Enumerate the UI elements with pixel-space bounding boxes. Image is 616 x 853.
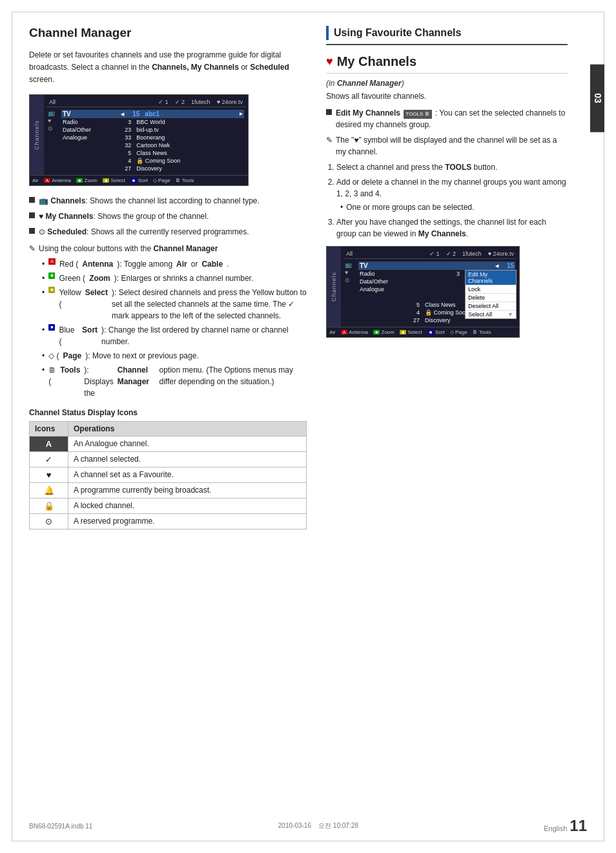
intro-channels-bold: Channels, My Channels [152, 63, 239, 72]
footer-date: 2010-03-16 [278, 822, 311, 829]
status-row-reserved: ⊙ A reserved programme. [30, 513, 307, 529]
step-2: Add or delete a channel in the my channe… [336, 176, 568, 213]
dd-select-all: Select All ▼ [466, 311, 516, 318]
icon-favourite: ♥ [30, 467, 68, 482]
step-3: After you have changed the settings, the… [336, 216, 568, 240]
step2-sublist: One or more groups can be selected. [340, 201, 568, 213]
red-btn: A [48, 258, 56, 265]
feature-channels: 📺 Channels: Shows the channel list accor… [29, 195, 307, 207]
left-column: Channel Manager Delete or set favourites… [29, 26, 307, 529]
dd-edit-my-channels: Edit My Channels [466, 271, 516, 285]
feature-scheduled-text: ⊙ Scheduled: Shows all the currently res… [39, 226, 249, 238]
page-title: Channel Manager [29, 26, 307, 43]
cb-green: ■ Green (Zoom): Enlarges or shrinks a ch… [42, 272, 307, 284]
icon-selected: ✓ [30, 451, 68, 467]
divider-1 [326, 73, 568, 74]
cm-row-4: 5 Class News [61, 149, 244, 157]
my-channels-title: ♥ My Channels [326, 54, 568, 69]
status-table: Icons Operations A An Analogue channel. … [29, 421, 307, 529]
feature-list: 📺 Channels: Shows the channel list accor… [29, 195, 307, 238]
bullet-sq-3 [29, 228, 35, 234]
page-number-area: English 11 [544, 817, 587, 835]
cb-red: A Red (Antenna): Toggle among Air or Cab… [42, 258, 307, 270]
status-row-favourite: ♥ A channel set as a Favourite. [30, 467, 307, 482]
cm-check1-r: ✓ 1 [429, 251, 440, 257]
page-border-top [12, 12, 604, 12]
chapter-tab: 03 Basic Features [590, 65, 604, 132]
page-number: 11 [570, 817, 587, 835]
status-table-title: Channel Status Display Icons [29, 408, 307, 417]
bullet-sq-1 [29, 197, 35, 203]
cm-header: All ✓ 1 ✓ 2 1futech ♥ 24ore.tv [46, 98, 245, 107]
colour-button-list: A Red (Antenna): Toggle among Air or Cab… [42, 258, 307, 399]
bullet-sq-edit [326, 109, 332, 115]
chapter-number: 03 [593, 94, 603, 104]
green-btn: ■ [48, 272, 55, 280]
note-colour-text: Using the colour buttons with the Channe… [39, 243, 218, 254]
cm-row-1: Data/Other 23 bid-up.tv [61, 126, 244, 134]
intro-scheduled-bold: Scheduled [250, 63, 289, 72]
feature-channels-text: 📺 Channels: Shows the channel list accor… [39, 195, 260, 207]
cm-footer-right: Air A Antenna ■ Zoom ■ Select ■ Sort ◇ P… [327, 327, 519, 337]
page-footer: BN68-02591A.indb 11 2010-03-16 오전 10:07:… [29, 817, 587, 835]
dd-delete: Delete [466, 294, 516, 302]
desc-broadcast: A programme currently being broadcast. [68, 482, 307, 498]
cm-tv-row-r: TV ◂ 15 [358, 262, 515, 270]
status-header-ops: Operations [68, 421, 307, 436]
cm-row-2: Analogue 33 Boonerang [61, 134, 244, 141]
page-label: English [544, 825, 567, 832]
edit-my-channels-text: Edit My Channels TOOLS 🗎 : You can set t… [336, 107, 568, 130]
cm-check2-r: ✓ 2 [446, 251, 457, 257]
cm-header-right: All ✓ 1 ✓ 2 1futech ♥ 24ore.tv [344, 249, 517, 259]
cm-row-6: 27 Discovery [61, 165, 244, 172]
right-column: Using Favourite Channels ♥ My Channels (… [326, 26, 587, 529]
cb-page: ◇ (Page): Move to next or previous page. [42, 350, 307, 362]
cm-footer: Air A Antenna ■ Zoom ■ Select ■ Sort ◇ P… [30, 175, 248, 185]
note-pencil-icon: ✎ [326, 134, 333, 158]
section-header-right: Using Favourite Channels [334, 27, 461, 39]
status-row-locked: 🔒 A locked channel. [30, 498, 307, 513]
status-header-icons: Icons [30, 421, 68, 436]
cm-ch2-r: ♥ 24ore.tv [488, 251, 514, 257]
blue-btn: ■ [48, 324, 55, 331]
yellow-btn: ■ [48, 287, 55, 294]
cm-main-right: All ✓ 1 ✓ 2 1futech ♥ 24ore.tv 📺 ♥ [341, 247, 519, 327]
status-row-selected: ✓ A channel selected. [30, 451, 307, 467]
desc-analogue: An Analogue channel. [68, 436, 307, 451]
step2-sub-1: One or more groups can be selected. [340, 201, 568, 213]
shows-all-text: Shows all favourite channels. [326, 92, 568, 101]
chapter-label: Basic Features [606, 72, 613, 125]
cm-sidebar: Channels [30, 95, 44, 175]
my-channels-label: My Channels [337, 54, 416, 69]
steps-list: Select a channel and press the TOOLS but… [336, 161, 568, 240]
cm-tv-row: TV ◂ 15 abc1 ▸ [61, 110, 244, 118]
cm-check1: ✓ 1 [158, 99, 169, 105]
pencil-icon: ✎ [29, 243, 36, 254]
cm-main: All ✓ 1 ✓ 2 1futech ♥ 24ore.tv 📺 [44, 95, 248, 175]
note-colour-buttons: ✎ Using the colour buttons with the Chan… [29, 243, 307, 254]
edit-my-channels-item: Edit My Channels TOOLS 🗎 : You can set t… [326, 107, 568, 130]
right-bullet-list: Edit My Channels TOOLS 🗎 : You can set t… [326, 107, 568, 130]
cm-all-label-r: All [346, 251, 353, 257]
icon-broadcast: 🔔 [30, 482, 68, 498]
cm-ch2: ♥ 24ore.tv [217, 99, 243, 105]
cm-ch1-r: 1futech [462, 251, 482, 257]
intro-screen: screen. [29, 75, 54, 84]
footer-file: BN68-02591A.indb 11 [29, 823, 92, 830]
intro-paragraph: Delete or set favourites channels and us… [29, 49, 307, 87]
cm-row-5: 4 🔒 Coming Soon [61, 157, 244, 165]
status-row-analogue: A An Analogue channel. [30, 436, 307, 451]
dd-lock: Lock [466, 285, 516, 294]
icon-reserved: ⊙ [30, 513, 68, 529]
cb-tools: 🗎 (Tools): Displays the Channel Manager … [42, 364, 307, 399]
cm-row-3: 32 Cartoon Nwk [61, 141, 244, 149]
channel-manager-ui: Channels All ✓ 1 ✓ 2 1futech ♥ 24ore.tv [29, 94, 249, 186]
dd-deselect-all: Deselect All [466, 302, 516, 311]
note-heart-symbol: ✎ The "♥" symbol will be displayed and t… [326, 134, 568, 158]
tools-badge: TOOLS 🗎 [404, 110, 431, 119]
note-heart-text: The "♥" symbol will be displayed and the… [336, 134, 568, 158]
page-border-bottom [12, 841, 604, 841]
feature-mychannels: ♥ My Channels: Shows the group of the ch… [29, 211, 307, 222]
cm-check2: ✓ 2 [175, 99, 185, 105]
feature-scheduled: ⊙ Scheduled: Shows all the currently res… [29, 226, 307, 238]
